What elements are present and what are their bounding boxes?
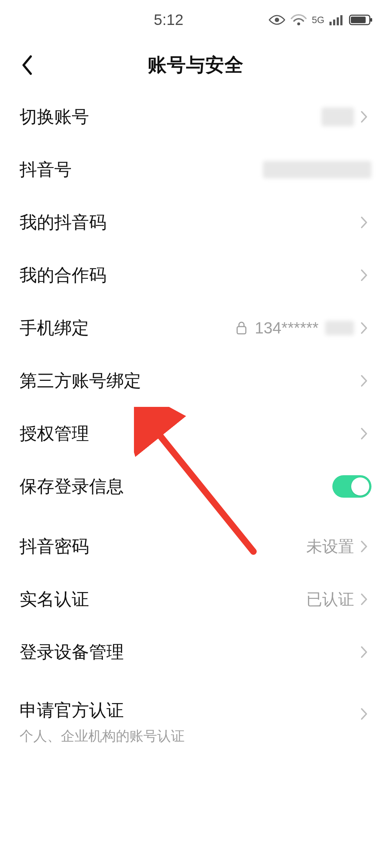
page-title: 账号与安全 — [0, 52, 391, 78]
lock-icon — [235, 321, 248, 335]
row-label: 抖音密码 — [20, 535, 89, 558]
row-douyin-password[interactable]: 抖音密码 未设置 — [0, 520, 391, 573]
row-label: 切换账号 — [20, 105, 89, 128]
row-official-certification[interactable]: 申请官方认证 个人、企业机构的账号认证 — [0, 686, 391, 758]
row-phone-binding[interactable]: 手机绑定 134****** — [0, 302, 391, 354]
row-switch-account[interactable]: 切换账号 — [0, 90, 391, 143]
svg-rect-7 — [351, 17, 366, 23]
chevron-right-icon — [361, 319, 371, 337]
row-label: 抖音号 — [20, 158, 72, 181]
battery-icon — [349, 14, 373, 26]
row-third-party-binding[interactable]: 第三方账号绑定 — [0, 354, 391, 407]
signal-icon — [329, 14, 344, 25]
row-label: 保存登录信息 — [20, 475, 124, 498]
row-authorization-management[interactable]: 授权管理 — [0, 407, 391, 460]
chevron-right-icon — [361, 705, 371, 723]
header: 账号与安全 — [0, 40, 391, 90]
row-label: 申请官方认证 — [20, 699, 371, 722]
row-label: 登录设备管理 — [20, 641, 124, 664]
chevron-right-icon — [361, 267, 371, 284]
wifi-icon — [291, 14, 307, 26]
settings-list: 切换账号 抖音号 我的抖音码 我的合作码 手机绑定 — [0, 90, 391, 758]
chevron-left-icon — [21, 55, 33, 75]
row-value: 134****** — [255, 319, 319, 337]
status-bar: 5:12 5G — [0, 0, 391, 40]
back-button[interactable] — [16, 54, 38, 76]
svg-rect-5 — [340, 15, 342, 25]
row-label: 授权管理 — [20, 422, 89, 445]
row-save-login-info[interactable]: 保存登录信息 — [0, 460, 391, 513]
eye-icon — [268, 14, 286, 25]
row-login-device-management[interactable]: 登录设备管理 — [0, 626, 391, 678]
toggle-switch[interactable] — [332, 475, 371, 498]
chevron-right-icon — [361, 425, 371, 442]
chevron-right-icon — [361, 591, 371, 608]
network-label: 5G — [312, 14, 324, 26]
svg-rect-8 — [370, 18, 372, 22]
chevron-right-icon — [361, 372, 371, 390]
chevron-right-icon — [361, 538, 371, 555]
chevron-right-icon — [361, 214, 371, 231]
censored-value — [321, 107, 354, 126]
row-subtitle: 个人、企业机构的账号认证 — [20, 727, 371, 745]
row-label: 第三方账号绑定 — [20, 369, 141, 392]
svg-point-1 — [297, 22, 300, 25]
chevron-right-icon — [361, 643, 371, 661]
svg-point-0 — [275, 18, 279, 22]
row-douyin-id[interactable]: 抖音号 — [0, 143, 391, 196]
row-value: 已认证 — [306, 589, 354, 610]
row-my-qr-code[interactable]: 我的抖音码 — [0, 196, 391, 249]
chevron-right-icon — [361, 108, 371, 125]
row-label: 我的合作码 — [20, 264, 106, 287]
status-icons: 5G — [268, 14, 373, 26]
svg-rect-4 — [337, 17, 339, 25]
svg-rect-2 — [329, 22, 332, 25]
row-real-name-verification[interactable]: 实名认证 已认证 — [0, 573, 391, 626]
row-label: 手机绑定 — [20, 316, 89, 340]
censored-value — [263, 161, 371, 178]
row-label: 实名认证 — [20, 588, 89, 611]
svg-rect-9 — [237, 327, 246, 334]
row-cooperation-code[interactable]: 我的合作码 — [0, 249, 391, 302]
row-label: 我的抖音码 — [20, 211, 106, 234]
svg-rect-3 — [333, 20, 335, 25]
status-time: 5:12 — [69, 11, 268, 29]
censored-value — [325, 321, 354, 335]
row-value: 未设置 — [306, 536, 354, 557]
